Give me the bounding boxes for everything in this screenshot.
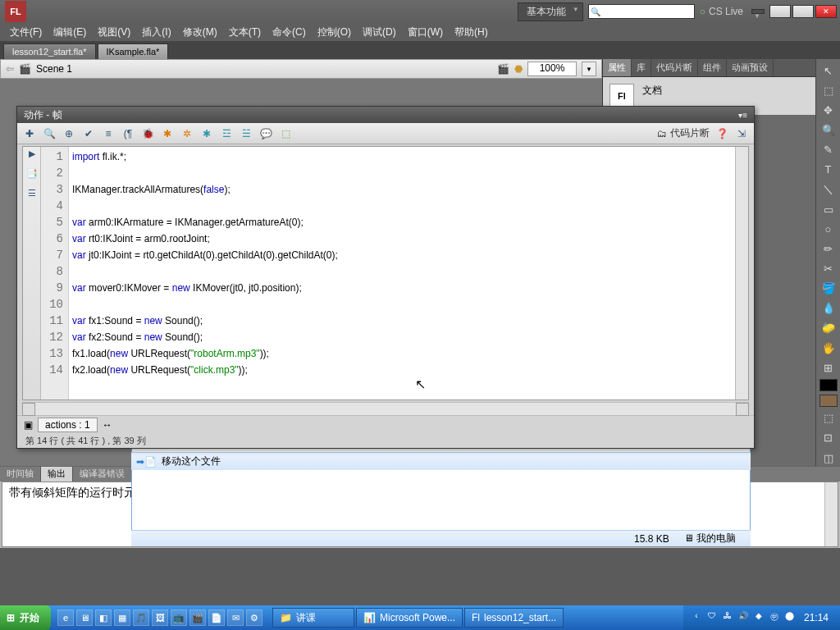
check-syntax-icon[interactable]: ✔	[81, 126, 96, 141]
panel-tab[interactable]: 动画预设	[727, 59, 774, 76]
tool-option[interactable]: ⬚	[819, 410, 838, 427]
script-target-icon[interactable]: ▣	[24, 419, 33, 431]
tray-vol-icon[interactable]: 🔊	[737, 611, 750, 624]
uncomment-icon[interactable]: ☱	[239, 126, 253, 141]
stroke-swatch[interactable]	[819, 379, 838, 391]
tool-button[interactable]: ▭	[819, 201, 838, 217]
add-script-icon[interactable]: ✚	[22, 126, 37, 141]
tool-button[interactable]: T	[819, 162, 838, 178]
ql-app9-icon[interactable]: ⚙	[246, 609, 262, 626]
actions-panel-title[interactable]: 动作 - 帧 ▾≡	[17, 107, 754, 123]
ql-app7-icon[interactable]: 📄	[208, 609, 225, 626]
bottom-tab[interactable]: 编译器错误	[73, 467, 132, 482]
tool-option[interactable]: ⊡	[819, 430, 838, 446]
panel-tab[interactable]: 代码片断	[651, 59, 698, 76]
menu-item[interactable]: 修改(M)	[178, 24, 222, 41]
tool-button[interactable]: ✎	[819, 142, 838, 158]
bookmark-icon[interactable]: 📑	[24, 168, 40, 185]
ql-app5-icon[interactable]: 📺	[171, 609, 187, 626]
edit-scene-icon[interactable]: 🎬	[497, 63, 509, 75]
editor-scrollbar-h[interactable]	[22, 402, 749, 415]
menu-item[interactable]: 控制(O)	[313, 24, 356, 41]
menu-item[interactable]: 命令(C)	[267, 24, 311, 41]
menu-item[interactable]: 编辑(E)	[48, 24, 91, 41]
ql-app6-icon[interactable]: 🎬	[189, 609, 206, 626]
tool-button[interactable]: ＼	[819, 181, 838, 198]
tool-button[interactable]: ⬚	[819, 82, 838, 98]
ql-app3-icon[interactable]: 🎵	[133, 609, 149, 626]
help-icon[interactable]: 💬	[258, 126, 273, 141]
edit-symbol-icon[interactable]: ⬣	[514, 63, 523, 75]
cslive-menu[interactable]	[751, 9, 765, 14]
taskbar-button[interactable]: Fllesson12_start...	[464, 608, 564, 628]
collapse2-icon[interactable]: ✲	[180, 126, 194, 141]
tool-button[interactable]: 🪣	[819, 281, 838, 297]
tray-more-icon[interactable]: ⬤	[783, 611, 797, 624]
target-icon[interactable]: ⊕	[62, 126, 76, 141]
fill-swatch[interactable]	[819, 395, 838, 407]
bottom-tab[interactable]: 输出	[41, 467, 73, 482]
tool-button[interactable]: ✏	[819, 240, 838, 257]
options-icon[interactable]: ☰	[24, 188, 40, 204]
clock[interactable]: 21:14	[799, 612, 833, 623]
find-icon[interactable]: 🔍	[42, 126, 57, 141]
tool-button[interactable]: 🧽	[819, 320, 838, 336]
tool-button[interactable]: ✂	[819, 260, 838, 276]
output-scrollbar[interactable]	[824, 482, 838, 546]
editor-scrollbar-v[interactable]	[735, 147, 748, 399]
tool-option[interactable]: ◫	[819, 450, 838, 466]
pin-icon[interactable]: ⬚	[278, 126, 293, 141]
tool-button[interactable]: ✥	[819, 102, 838, 118]
menu-item[interactable]: 插入(I)	[137, 24, 176, 41]
menu-item[interactable]: 文件(F)	[5, 24, 47, 41]
tray-lang-icon[interactable]: ㊥	[768, 611, 781, 624]
search-input[interactable]	[588, 4, 695, 19]
panel-tab[interactable]: 库	[632, 59, 651, 76]
pin-script-icon[interactable]: ⇲	[734, 126, 749, 141]
menu-item[interactable]: 视图(V)	[93, 24, 135, 41]
ql-desktop-icon[interactable]: 🖥	[76, 609, 93, 626]
system-tray[interactable]: ‹ 🛡 🖧 🔊 ◆ ㊥ ⬤ 21:14	[683, 605, 840, 630]
code-snippets-button[interactable]: 🗂 代码片断	[657, 126, 710, 140]
autoformat-icon[interactable]: ≡	[101, 126, 116, 141]
tray-net-icon[interactable]: 🖧	[721, 611, 734, 624]
minimize-button[interactable]: ─	[769, 5, 791, 18]
panel-tab[interactable]: 组件	[698, 59, 727, 76]
explorer-task-row[interactable]: ➡📄 移动这个文件	[131, 452, 751, 470]
code-editor[interactable]: ▶ 📑 ☰ 1 2 3 4 5 6 7 8 9 10 11 12 13 14 i…	[22, 146, 749, 400]
tool-button[interactable]: 🔍	[819, 121, 838, 138]
expand-icon[interactable]: ✱	[199, 126, 214, 141]
menu-item[interactable]: 文本(T)	[224, 24, 266, 41]
maximize-button[interactable]: ☐	[792, 5, 814, 18]
zoom-input[interactable]: 100%	[527, 62, 577, 76]
code-text[interactable]: import fl.ik.*; IKManager.trackAllArmatu…	[69, 147, 735, 399]
menu-item[interactable]: 窗口(W)	[403, 24, 448, 41]
tool-button[interactable]: ⊞	[819, 359, 838, 376]
menu-item[interactable]: 调试(D)	[358, 24, 401, 41]
script-nav-icon[interactable]: ▶	[24, 148, 40, 165]
tab-nav-icon[interactable]: ↔	[103, 419, 112, 431]
document-tab[interactable]: lesson12_start.fla*	[3, 43, 96, 59]
bottom-tab[interactable]: 时间轴	[0, 467, 41, 482]
start-button[interactable]: ⊞ 开始	[0, 605, 51, 630]
ql-app8-icon[interactable]: ✉	[227, 609, 244, 626]
close-button[interactable]: ✕	[815, 5, 837, 18]
taskbar-button[interactable]: 📁讲课	[272, 608, 354, 628]
ql-app1-icon[interactable]: ◧	[95, 609, 112, 626]
ql-app2-icon[interactable]: ▦	[114, 609, 130, 626]
comment-icon[interactable]: ☲	[219, 126, 234, 141]
zoom-dropdown[interactable]: ▼	[582, 62, 596, 76]
workspace-preset-dropdown[interactable]: 基本功能	[518, 2, 583, 21]
script-tab[interactable]: actions : 1	[38, 418, 98, 432]
tool-button[interactable]: ○	[819, 221, 838, 237]
document-tab[interactable]: IKsample.fla*	[98, 43, 169, 59]
cslive-button[interactable]: CS Live	[700, 6, 743, 17]
taskbar-button[interactable]: 📊Microsoft Powe...	[356, 608, 463, 628]
back-icon[interactable]: ⇦	[6, 63, 14, 75]
reference-icon[interactable]: ❓	[714, 126, 729, 141]
tray-shield-icon[interactable]: 🛡	[705, 611, 719, 624]
ql-ie-icon[interactable]: e	[57, 609, 74, 626]
tool-button[interactable]: 🖐	[819, 340, 838, 356]
ql-app4-icon[interactable]: 🖼	[152, 609, 168, 626]
panel-menu-icon[interactable]: ▾≡	[738, 111, 747, 120]
